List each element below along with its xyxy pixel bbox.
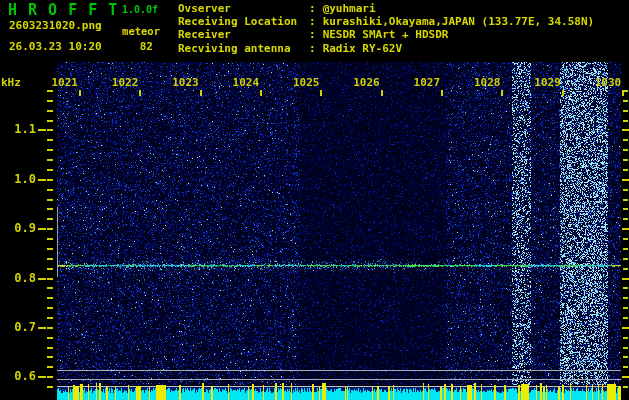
separator: : xyxy=(309,15,316,28)
y-axis-tick-label: 1.1 xyxy=(0,123,36,135)
x-axis-tick-label: 1026 xyxy=(348,77,380,89)
x-axis-tick-label: 1022 xyxy=(106,77,138,89)
y-axis-tick-label: 0.6 xyxy=(0,370,36,382)
separator: : xyxy=(309,28,316,41)
spectrogram-canvas xyxy=(0,0,629,400)
separator: : xyxy=(309,42,316,55)
x-axis-tick-label: 1029 xyxy=(529,77,561,89)
x-axis-tick-label: 1028 xyxy=(468,77,500,89)
receiver-label: Receiver xyxy=(178,28,309,41)
y-axis-tick-label: 0.9 xyxy=(0,222,36,234)
antenna-label: Recviving antenna xyxy=(178,42,309,55)
receiver-value: NESDR SMArt + HDSDR xyxy=(323,28,449,41)
x-axis-tick-label: 1021 xyxy=(46,77,78,89)
x-axis-tick-label: 1025 xyxy=(287,77,319,89)
location-label: Receiving Location xyxy=(178,15,309,28)
app-title: H R O F F T xyxy=(8,1,118,19)
x-axis-tick-label: 1024 xyxy=(227,77,259,89)
hrofft-window: H R O F F T 1.0.0f 2603231020.png meteor… xyxy=(0,0,629,400)
app-version: 1.0.0f xyxy=(122,4,158,15)
x-axis-tick-label: 1030 xyxy=(589,77,621,89)
y-axis-tick-label: 1.0 xyxy=(0,173,36,185)
location-value: kurashiki,Okayama,JAPAN (133.77E, 34.58N… xyxy=(323,15,595,28)
meteor-count: 82 xyxy=(105,40,153,53)
info-row-location: Receiving Location:kurashiki,Okayama,JAP… xyxy=(178,15,594,28)
y-axis-tick-label: 0.8 xyxy=(0,272,36,284)
mode-label: meteor xyxy=(105,25,160,37)
info-row-observer: Ovserver:@yuhmari xyxy=(178,2,594,15)
observer-value: @yuhmari xyxy=(323,2,376,15)
y-axis-tick-label: 0.7 xyxy=(0,321,36,333)
y-axis-unit-label: kHz xyxy=(1,76,21,89)
station-info-block: Ovserver:@yuhmari Receiving Location:kur… xyxy=(178,2,594,55)
info-row-antenna: Recviving antenna:Radix RY-62V xyxy=(178,42,594,55)
antenna-value: Radix RY-62V xyxy=(323,42,402,55)
x-axis-tick-label: 1023 xyxy=(167,77,199,89)
x-axis-tick-label: 1027 xyxy=(408,77,440,89)
info-row-receiver: Receiver:NESDR SMArt + HDSDR xyxy=(178,28,594,41)
output-filename: 2603231020.png xyxy=(9,19,102,32)
observer-label: Ovserver xyxy=(178,2,309,15)
date-time: 26.03.23 10:20 xyxy=(9,40,102,53)
separator: : xyxy=(309,2,316,15)
